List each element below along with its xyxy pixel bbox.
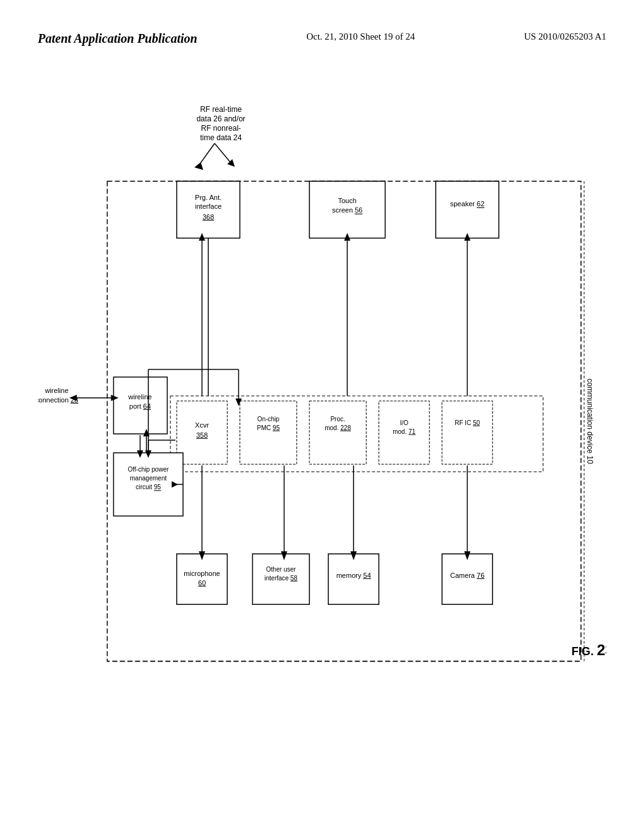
svg-rect-30 xyxy=(240,401,296,464)
svg-text:wireline: wireline xyxy=(44,387,68,394)
svg-text:Proc.: Proc. xyxy=(330,416,345,423)
svg-line-3 xyxy=(199,143,214,165)
fig-label: FIG. 23 xyxy=(572,641,606,658)
svg-text:mod. 71: mod. 71 xyxy=(392,428,416,435)
svg-text:368: 368 xyxy=(203,213,214,221)
svg-text:time data  24: time data 24 xyxy=(200,133,242,142)
communication-device-label: communication device 10 xyxy=(586,379,594,464)
svg-rect-39 xyxy=(442,401,492,464)
svg-text:Xcvr: Xcvr xyxy=(195,421,209,429)
rf-data-label: RF real-time xyxy=(200,105,242,114)
svg-text:Camera 76: Camera 76 xyxy=(450,572,485,579)
svg-rect-20 xyxy=(436,181,499,238)
svg-text:RF nonreal-: RF nonreal- xyxy=(201,124,241,133)
page-header: Patent Application Publication Oct. 21, … xyxy=(0,31,644,46)
svg-text:port 64: port 64 xyxy=(130,402,151,410)
svg-text:interface 58: interface 58 xyxy=(264,575,297,582)
svg-text:data 26 and/or: data 26 and/or xyxy=(196,114,245,123)
svg-line-5 xyxy=(214,143,230,162)
svg-text:PMC 95: PMC 95 xyxy=(257,424,280,431)
svg-text:interface: interface xyxy=(195,202,221,210)
svg-text:60: 60 xyxy=(198,579,206,587)
svg-text:Other user: Other user xyxy=(266,566,296,573)
svg-text:RF IC 50: RF IC 50 xyxy=(455,419,480,426)
svg-text:circuit 95: circuit 95 xyxy=(136,484,162,490)
svg-text:Off-chip power: Off-chip power xyxy=(128,466,169,473)
svg-text:mod. 228: mod. 228 xyxy=(325,424,351,431)
svg-text:management: management xyxy=(130,475,167,482)
patent-diagram: RF real-time data 26 and/or RF nonreal- … xyxy=(38,94,606,767)
svg-text:Prg. Ant.: Prg. Ant. xyxy=(195,194,221,201)
svg-text:358: 358 xyxy=(196,431,208,439)
patent-number: US 2010/0265203 A1 xyxy=(524,31,606,42)
svg-text:microphone: microphone xyxy=(184,570,220,577)
svg-text:memory 54: memory 54 xyxy=(336,572,371,579)
publication-title: Patent Application Publication xyxy=(38,31,197,46)
svg-rect-33 xyxy=(309,401,366,464)
svg-marker-4 xyxy=(194,162,203,170)
svg-text:I/O: I/O xyxy=(400,419,409,426)
sheet-info: Oct. 21, 2010 Sheet 19 of 24 xyxy=(306,31,414,42)
svg-text:Touch: Touch xyxy=(338,197,356,204)
svg-text:screen 56: screen 56 xyxy=(332,206,362,214)
svg-text:On-chip: On-chip xyxy=(257,416,280,423)
svg-text:speaker 62: speaker 62 xyxy=(450,200,485,208)
